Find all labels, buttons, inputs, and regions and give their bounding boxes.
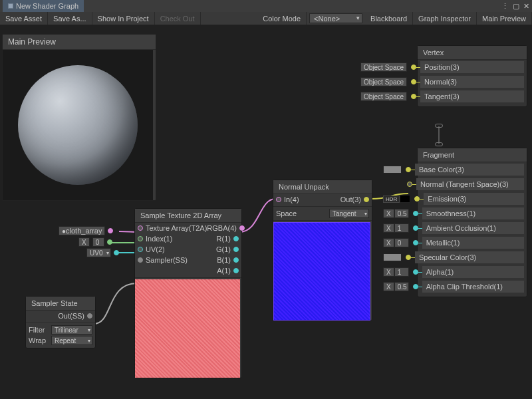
emission-swatch[interactable]	[400, 195, 410, 203]
main-preview-title: Main Preview	[3, 35, 156, 50]
hdr-badge: HDR	[383, 196, 400, 203]
normal-preview	[273, 222, 370, 321]
texture-preview	[135, 279, 240, 378]
port-smoothness[interactable]	[413, 211, 418, 216]
menu-icon[interactable]: ⋮	[501, 2, 509, 11]
node-sample-texture-2d-array[interactable]: Sample Texture 2D Array Texture Array(T2…	[134, 208, 242, 378]
node-title: Sample Texture 2D Array	[135, 209, 241, 223]
node-normal-unpack[interactable]: Normal Unpack In(4)Out(3) SpaceTangent	[273, 180, 372, 321]
graph-inspector-button[interactable]: Graph Inspector	[413, 12, 477, 25]
port-index[interactable]	[138, 236, 143, 241]
wrap-dropdown[interactable]: Repeat	[51, 336, 92, 345]
metallic-field[interactable]: 0	[394, 238, 409, 247]
input-uv[interactable]: UV0	[86, 248, 119, 257]
filter-label: Filter	[29, 326, 51, 334]
port-a[interactable]	[233, 268, 239, 273]
port-tangent[interactable]	[411, 94, 416, 99]
graph-canvas[interactable]: Main Preview Sampler State Out(SS) Filte…	[0, 25, 532, 399]
port-b[interactable]	[233, 257, 239, 263]
port-alpha[interactable]	[413, 269, 418, 275]
block-connector	[438, 126, 440, 144]
port-normal[interactable]	[411, 79, 416, 84]
port-out[interactable]	[107, 239, 112, 245]
window-title: New Shader Graph	[16, 2, 78, 10]
out-label: Out(SS)	[58, 312, 84, 320]
smoothness-field[interactable]: 0.5	[394, 209, 409, 218]
wrap-label: Wrap	[29, 336, 51, 344]
titlebar: New Shader Graph ⋮ ▢ ✕	[0, 0, 532, 12]
port-uv[interactable]	[138, 247, 143, 252]
port-out[interactable]	[108, 228, 113, 233]
port-position[interactable]	[411, 65, 416, 70]
port-metallic[interactable]	[413, 240, 418, 245]
space-chip: Object Space	[360, 77, 407, 86]
color-mode-label: Color Mode	[257, 12, 307, 25]
port-normal[interactable]	[407, 182, 412, 187]
main-preview-panel: Main Preview	[2, 34, 156, 201]
space-chip: Object Space	[360, 63, 407, 72]
block-title: Vertex	[418, 46, 527, 60]
blackboard-button[interactable]: Blackboard	[365, 12, 413, 25]
space-chip: Object Space	[360, 92, 407, 101]
shader-icon	[8, 3, 13, 9]
save-as-button[interactable]: Save As...	[48, 12, 92, 25]
toolbar: Save Asset Save As... Show In Project Ch…	[0, 12, 532, 25]
ao-field[interactable]: 1	[394, 223, 409, 233]
port-out[interactable]	[87, 313, 92, 319]
port-specular[interactable]	[406, 255, 411, 260]
port-sampler[interactable]	[138, 257, 143, 263]
node-sampler-state[interactable]: Sampler State Out(SS) FilterTrilinear Wr…	[25, 296, 96, 348]
specular-swatch[interactable]	[383, 253, 402, 261]
connector-cap	[435, 142, 443, 146]
space-dropdown[interactable]: Tangent	[329, 209, 369, 218]
property-pill[interactable]: ● cloth_array	[59, 226, 105, 235]
basecolor-swatch[interactable]	[383, 166, 402, 174]
node-title: Sampler State	[26, 297, 95, 311]
preview-sphere	[18, 65, 138, 185]
port-texarray[interactable]	[138, 225, 143, 231]
maximize-icon[interactable]: ▢	[513, 2, 519, 11]
close-icon[interactable]: ✕	[523, 2, 529, 11]
port-out[interactable]	[364, 197, 369, 202]
index-field[interactable]: 0	[92, 237, 104, 247]
input-index[interactable]: X 0	[78, 237, 112, 247]
port-r[interactable]	[233, 236, 239, 241]
uv-dropdown[interactable]: UV0	[86, 248, 111, 257]
port-rgba[interactable]	[239, 225, 245, 231]
window-tab[interactable]: New Shader Graph	[3, 0, 84, 12]
port-g[interactable]	[233, 247, 239, 252]
port-clip[interactable]	[413, 284, 418, 289]
save-button[interactable]: Save Asset	[0, 12, 48, 25]
clip-field[interactable]: 0.5	[394, 282, 409, 291]
block-fragment[interactable]: Fragment Base Color(3) Normal (Tangent S…	[417, 148, 527, 297]
x-label: X	[78, 237, 90, 247]
preview-viewport[interactable]	[3, 50, 153, 200]
node-title: Normal Unpack	[273, 180, 372, 194]
port-in[interactable]	[276, 197, 281, 202]
block-title: Fragment	[418, 148, 527, 162]
port-basecolor[interactable]	[406, 167, 411, 172]
filter-dropdown[interactable]: Trilinear	[51, 325, 92, 334]
block-vertex[interactable]: Vertex Object Space Position(3) Object S…	[417, 45, 527, 107]
color-mode-dropdown[interactable]: <None>	[309, 13, 362, 23]
main-preview-button[interactable]: Main Preview	[477, 12, 532, 25]
port-emission[interactable]	[414, 196, 420, 201]
connector-cap	[435, 124, 443, 128]
alpha-field[interactable]: 1	[394, 267, 409, 277]
checkout-button: Check Out	[155, 12, 201, 25]
port-out[interactable]	[114, 250, 119, 255]
port-ao[interactable]	[413, 225, 418, 231]
input-cloth-array[interactable]: ● cloth_array	[59, 226, 113, 235]
show-in-project-button[interactable]: Show In Project	[92, 12, 155, 25]
